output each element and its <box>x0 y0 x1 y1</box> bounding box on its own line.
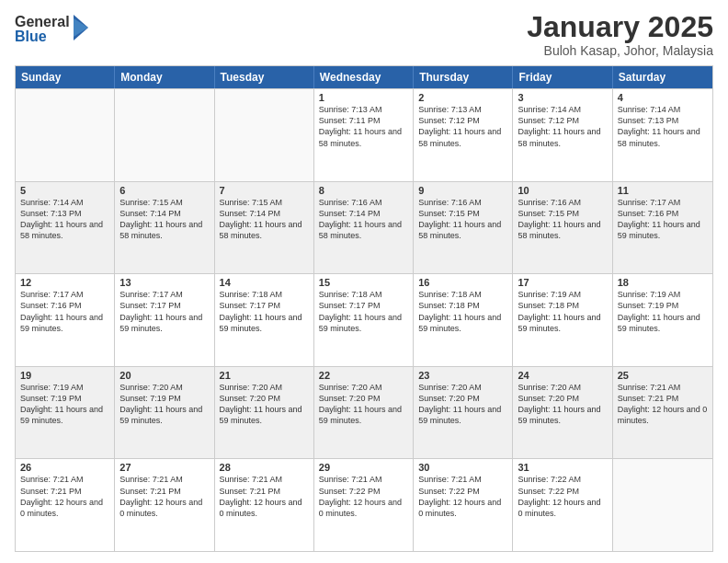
day-info: Sunrise: 7:18 AMSunset: 7:17 PMDaylight:… <box>319 289 408 334</box>
logo-text: General Blue <box>15 15 70 44</box>
calendar-body: 1Sunrise: 7:13 AMSunset: 7:11 PMDaylight… <box>16 88 712 551</box>
day-number: 14 <box>220 277 309 288</box>
day-info: Sunrise: 7:19 AMSunset: 7:19 PMDaylight:… <box>20 382 109 427</box>
day-number: 6 <box>119 185 209 196</box>
day-info: Sunrise: 7:14 AMSunset: 7:12 PMDaylight:… <box>518 104 607 149</box>
day-number: 28 <box>220 462 309 473</box>
day-cell-11: 11Sunrise: 7:17 AMSunset: 7:16 PMDayligh… <box>613 182 712 274</box>
day-cell-6: 6Sunrise: 7:15 AMSunset: 7:14 PMDaylight… <box>115 182 214 274</box>
day-cell-5: 5Sunrise: 7:14 AMSunset: 7:13 PMDaylight… <box>16 182 115 274</box>
day-info: Sunrise: 7:21 AMSunset: 7:21 PMDaylight:… <box>618 382 708 427</box>
day-number: 27 <box>119 462 209 473</box>
day-cell-25: 25Sunrise: 7:21 AMSunset: 7:21 PMDayligh… <box>613 367 712 459</box>
day-number: 17 <box>518 277 607 288</box>
day-info: Sunrise: 7:14 AMSunset: 7:13 PMDaylight:… <box>618 104 708 149</box>
header-cell-tuesday: Tuesday <box>215 66 314 88</box>
day-cell-30: 30Sunrise: 7:21 AMSunset: 7:22 PMDayligh… <box>414 459 513 551</box>
header-cell-thursday: Thursday <box>414 66 513 88</box>
logo-blue: Blue <box>15 29 70 44</box>
day-number: 4 <box>618 92 708 103</box>
day-info: Sunrise: 7:16 AMSunset: 7:15 PMDaylight:… <box>518 197 607 242</box>
day-number: 10 <box>518 185 607 196</box>
day-cell-10: 10Sunrise: 7:16 AMSunset: 7:15 PMDayligh… <box>513 182 612 274</box>
day-number: 19 <box>20 370 109 381</box>
calendar-title: January 2025 <box>527 11 713 43</box>
calendar-week-1: 1Sunrise: 7:13 AMSunset: 7:11 PMDaylight… <box>16 88 712 181</box>
day-number: 7 <box>220 185 309 196</box>
empty-cell <box>613 459 712 551</box>
day-cell-4: 4Sunrise: 7:14 AMSunset: 7:13 PMDaylight… <box>613 89 712 181</box>
logo-general: General <box>15 15 70 29</box>
day-info: Sunrise: 7:16 AMSunset: 7:14 PMDaylight:… <box>319 197 408 242</box>
day-info: Sunrise: 7:21 AMSunset: 7:22 PMDaylight:… <box>319 474 408 519</box>
day-info: Sunrise: 7:22 AMSunset: 7:22 PMDaylight:… <box>518 474 607 519</box>
day-number: 13 <box>119 277 209 288</box>
day-number: 15 <box>319 277 408 288</box>
calendar-week-4: 19Sunrise: 7:19 AMSunset: 7:19 PMDayligh… <box>16 366 712 459</box>
day-number: 8 <box>319 185 408 196</box>
day-info: Sunrise: 7:18 AMSunset: 7:17 PMDaylight:… <box>220 289 309 334</box>
day-info: Sunrise: 7:18 AMSunset: 7:18 PMDaylight:… <box>418 289 507 334</box>
day-number: 25 <box>618 370 708 381</box>
day-number: 23 <box>418 370 507 381</box>
calendar-week-3: 12Sunrise: 7:17 AMSunset: 7:16 PMDayligh… <box>16 273 712 366</box>
day-info: Sunrise: 7:16 AMSunset: 7:15 PMDaylight:… <box>418 197 507 242</box>
header-cell-sunday: Sunday <box>16 66 115 88</box>
day-cell-7: 7Sunrise: 7:15 AMSunset: 7:14 PMDaylight… <box>215 182 314 274</box>
day-info: Sunrise: 7:17 AMSunset: 7:16 PMDaylight:… <box>20 289 109 334</box>
day-info: Sunrise: 7:19 AMSunset: 7:18 PMDaylight:… <box>518 289 607 334</box>
day-info: Sunrise: 7:20 AMSunset: 7:20 PMDaylight:… <box>319 382 408 427</box>
header: General Blue January 2025 Buloh Kasap, J… <box>15 11 713 58</box>
header-cell-saturday: Saturday <box>613 66 712 88</box>
page: General Blue January 2025 Buloh Kasap, J… <box>0 0 728 563</box>
day-number: 26 <box>20 462 109 473</box>
day-number: 30 <box>418 462 507 473</box>
day-cell-26: 26Sunrise: 7:21 AMSunset: 7:21 PMDayligh… <box>16 459 115 551</box>
day-cell-13: 13Sunrise: 7:17 AMSunset: 7:17 PMDayligh… <box>115 274 214 366</box>
day-cell-29: 29Sunrise: 7:21 AMSunset: 7:22 PMDayligh… <box>314 459 414 551</box>
day-info: Sunrise: 7:20 AMSunset: 7:20 PMDaylight:… <box>418 382 507 427</box>
day-info: Sunrise: 7:21 AMSunset: 7:21 PMDaylight:… <box>220 474 309 519</box>
day-cell-20: 20Sunrise: 7:20 AMSunset: 7:19 PMDayligh… <box>115 367 214 459</box>
header-cell-friday: Friday <box>513 66 612 88</box>
day-cell-15: 15Sunrise: 7:18 AMSunset: 7:17 PMDayligh… <box>314 274 414 366</box>
calendar-week-2: 5Sunrise: 7:14 AMSunset: 7:13 PMDaylight… <box>16 181 712 274</box>
day-number: 31 <box>518 462 607 473</box>
logo: General Blue <box>15 15 90 44</box>
day-info: Sunrise: 7:21 AMSunset: 7:22 PMDaylight:… <box>418 474 507 519</box>
day-number: 21 <box>220 370 309 381</box>
day-number: 16 <box>418 277 507 288</box>
title-block: January 2025 Buloh Kasap, Johor, Malaysi… <box>527 11 713 58</box>
day-cell-23: 23Sunrise: 7:20 AMSunset: 7:20 PMDayligh… <box>414 367 513 459</box>
calendar-subtitle: Buloh Kasap, Johor, Malaysia <box>527 43 713 58</box>
day-info: Sunrise: 7:14 AMSunset: 7:13 PMDaylight:… <box>20 197 109 242</box>
day-info: Sunrise: 7:20 AMSunset: 7:20 PMDaylight:… <box>518 382 607 427</box>
calendar: SundayMondayTuesdayWednesdayThursdayFrid… <box>15 65 713 552</box>
day-number: 18 <box>618 277 708 288</box>
empty-cell <box>215 89 314 181</box>
day-info: Sunrise: 7:17 AMSunset: 7:17 PMDaylight:… <box>119 289 209 334</box>
day-cell-12: 12Sunrise: 7:17 AMSunset: 7:16 PMDayligh… <box>16 274 115 366</box>
day-cell-19: 19Sunrise: 7:19 AMSunset: 7:19 PMDayligh… <box>16 367 115 459</box>
header-cell-monday: Monday <box>115 66 214 88</box>
day-info: Sunrise: 7:21 AMSunset: 7:21 PMDaylight:… <box>20 474 109 519</box>
day-cell-31: 31Sunrise: 7:22 AMSunset: 7:22 PMDayligh… <box>513 459 612 551</box>
day-cell-17: 17Sunrise: 7:19 AMSunset: 7:18 PMDayligh… <box>513 274 612 366</box>
day-cell-27: 27Sunrise: 7:21 AMSunset: 7:21 PMDayligh… <box>115 459 214 551</box>
day-info: Sunrise: 7:21 AMSunset: 7:21 PMDaylight:… <box>119 474 209 519</box>
day-info: Sunrise: 7:20 AMSunset: 7:19 PMDaylight:… <box>119 382 209 427</box>
day-number: 20 <box>119 370 209 381</box>
day-cell-8: 8Sunrise: 7:16 AMSunset: 7:14 PMDaylight… <box>314 182 414 274</box>
day-info: Sunrise: 7:17 AMSunset: 7:16 PMDaylight:… <box>618 197 708 242</box>
day-info: Sunrise: 7:15 AMSunset: 7:14 PMDaylight:… <box>220 197 309 242</box>
day-number: 12 <box>20 277 109 288</box>
logo-icon <box>72 15 90 40</box>
day-number: 5 <box>20 185 109 196</box>
day-info: Sunrise: 7:13 AMSunset: 7:11 PMDaylight:… <box>319 104 408 149</box>
day-cell-21: 21Sunrise: 7:20 AMSunset: 7:20 PMDayligh… <box>215 367 314 459</box>
header-cell-wednesday: Wednesday <box>314 66 414 88</box>
day-cell-18: 18Sunrise: 7:19 AMSunset: 7:19 PMDayligh… <box>613 274 712 366</box>
day-cell-24: 24Sunrise: 7:20 AMSunset: 7:20 PMDayligh… <box>513 367 612 459</box>
day-number: 24 <box>518 370 607 381</box>
day-number: 29 <box>319 462 408 473</box>
